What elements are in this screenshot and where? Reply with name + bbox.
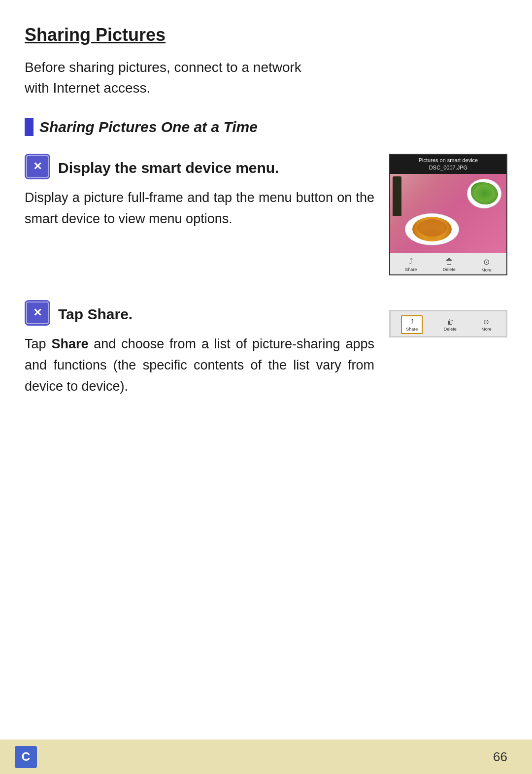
- step-2-phone: ⤴ Share 🗑 Delete ⊙ More: [389, 300, 507, 398]
- step-2-header: Tap Share.: [25, 300, 374, 326]
- step-2-block: Tap Share. Tap Share and choose from a l…: [25, 300, 507, 398]
- phone-header-1: Pictures on smart device DSC_0007.JPG: [390, 155, 506, 174]
- footer-c-label: C: [22, 750, 30, 764]
- step-2-title-bold: Share.: [87, 306, 133, 322]
- green-garnish: [471, 182, 498, 204]
- section-heading: Sharing Pictures One at a Time: [25, 118, 507, 136]
- food-scene: [390, 174, 506, 253]
- pasta: [412, 217, 452, 241]
- phone-screen-2: ⤴ Share 🗑 Delete ⊙ More: [389, 310, 507, 337]
- toolbar-more-2: ⊙ More: [477, 316, 496, 333]
- step-1-title: Display the smart device menu.: [58, 154, 279, 178]
- more-label: More: [481, 268, 492, 272]
- plate: [405, 213, 459, 245]
- page-footer: C 66: [0, 740, 532, 774]
- delete-label: Delete: [443, 267, 456, 272]
- phone-screen-1: Pictures on smart device DSC_0007.JPG: [389, 154, 507, 275]
- share-icon: ⤴: [409, 257, 413, 266]
- phone-toolbar-1: ⤴ Share 🗑 Delete ⊙ More: [390, 253, 506, 274]
- phone-header-line2: DSC_0007.JPG: [394, 164, 502, 171]
- delete-icon: 🗑: [445, 257, 453, 266]
- phone-toolbar-2: ⤴ Share 🗑 Delete ⊙ More: [390, 311, 506, 337]
- toolbar-share-btn: ⤴ Share: [405, 257, 417, 272]
- step-1-phone: Pictures on smart device DSC_0007.JPG: [389, 154, 507, 275]
- step-1-body: Display a picture full-frame and tap the…: [25, 187, 374, 230]
- more-label-2: More: [481, 327, 492, 332]
- page-content: Sharing Pictures Before sharing pictures…: [0, 0, 532, 471]
- intro-text: Before sharing pictures, connect to a ne…: [25, 57, 310, 99]
- step-2-left: Tap Share. Tap Share and choose from a l…: [25, 300, 374, 398]
- step-2-title: Tap Share.: [58, 300, 133, 325]
- phone-header-line1: Pictures on smart device: [394, 157, 502, 164]
- step-1-left: Display the smart device menu. Display a…: [25, 154, 374, 275]
- page-number: 66: [493, 749, 507, 765]
- more-icon-2: ⊙: [483, 318, 489, 326]
- toolbar-delete-2: 🗑 Delete: [440, 316, 461, 333]
- more-icon: ⊙: [483, 257, 490, 267]
- toolbar-delete-btn: 🗑 Delete: [443, 257, 456, 272]
- section-heading-text: Sharing Pictures One at a Time: [39, 119, 258, 135]
- step-1-header: Display the smart device menu.: [25, 154, 374, 179]
- toolbar-more-btn: ⊙ More: [481, 257, 492, 272]
- share-icon-2: ⤴: [410, 318, 414, 326]
- phone-image-area: [390, 174, 506, 253]
- pasta-layer: [417, 219, 447, 236]
- toolbar-share-highlighted: ⤴ Share: [401, 315, 423, 334]
- step-2-icon-inner: [26, 302, 49, 324]
- delete-label-2: Delete: [444, 327, 457, 332]
- step-2-body: Tap Share and choose from a list of pict…: [25, 334, 374, 398]
- share-label-2: Share: [406, 327, 418, 332]
- footer-c-box: C: [15, 746, 37, 768]
- step-1-icon: [25, 154, 50, 179]
- step-1-block: Display the smart device menu. Display a…: [25, 154, 507, 275]
- delete-icon-2: 🗑: [447, 318, 454, 326]
- step-2-body-bold: Share: [51, 337, 88, 351]
- bottle: [393, 176, 401, 216]
- main-title: Sharing Pictures: [25, 25, 507, 45]
- section-heading-bar: [25, 118, 33, 136]
- garnish-plate: [467, 179, 501, 208]
- step-1-icon-inner: [26, 155, 49, 178]
- step-2-icon: [25, 300, 50, 326]
- share-label: Share: [405, 267, 417, 272]
